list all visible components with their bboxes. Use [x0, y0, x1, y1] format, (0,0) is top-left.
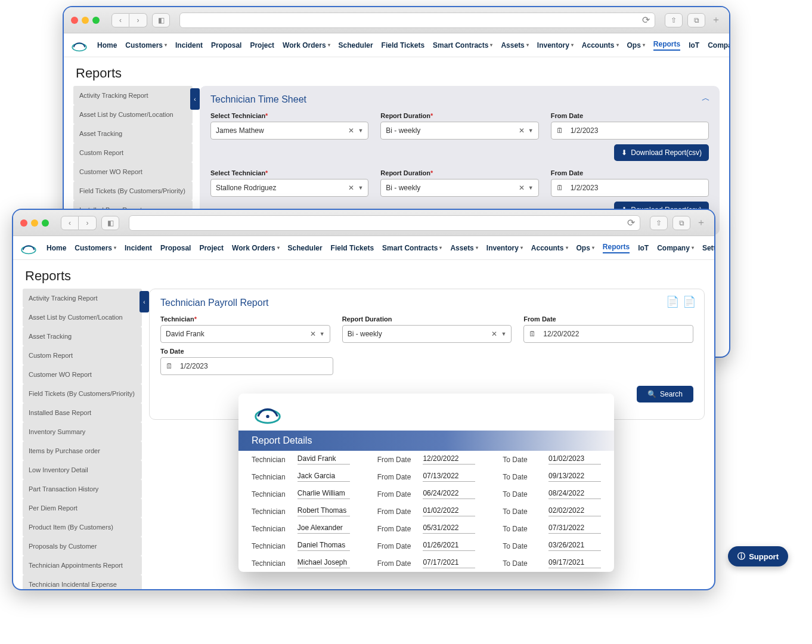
sidebar-item[interactable]: Asset Tracking: [73, 124, 193, 143]
sidebar-collapse-button[interactable]: ‹: [190, 88, 200, 110]
panel-collapse-icon[interactable]: ︿: [702, 93, 710, 104]
sidebar-item[interactable]: Technician Appointments Report: [23, 556, 142, 575]
technician-select[interactable]: James Mathew ✕ ▼: [210, 122, 368, 140]
clear-icon[interactable]: ✕: [348, 184, 354, 192]
sidebar-item[interactable]: Per Diem Report: [23, 499, 142, 518]
dropdown-icon[interactable]: ▼: [358, 128, 363, 134]
reload-icon[interactable]: ⟳: [627, 217, 635, 228]
sidebar-item[interactable]: Customer WO Report: [23, 365, 142, 384]
sidebar-item[interactable]: Product Item (By Customers): [23, 518, 142, 537]
dropdown-icon[interactable]: ▼: [528, 185, 534, 191]
nav-item-ops[interactable]: Ops▾: [577, 244, 594, 252]
nav-item-home[interactable]: Home: [47, 244, 66, 252]
tabs-button[interactable]: ⧉: [687, 13, 705, 27]
support-button[interactable]: ⓘ Support: [728, 546, 788, 566]
nav-item-field-tickets[interactable]: Field Tickets: [382, 41, 424, 49]
nav-item-customers[interactable]: Customers▾: [75, 244, 116, 252]
export-pdf-icon[interactable]: 📄: [683, 295, 696, 308]
traffic-min[interactable]: [31, 219, 38, 227]
nav-item-inventory[interactable]: Inventory▾: [537, 41, 574, 49]
nav-back-button[interactable]: ‹: [61, 216, 79, 230]
sidebar-item[interactable]: Technician Incidental Expense Report: [23, 575, 142, 590]
nav-item-smart-contracts[interactable]: Smart Contracts▾: [433, 41, 492, 49]
nav-item-incident[interactable]: Incident: [175, 41, 203, 49]
dropdown-icon[interactable]: ▼: [320, 331, 325, 337]
nav-item-reports[interactable]: Reports: [603, 243, 630, 253]
nav-item-proposal[interactable]: Proposal: [211, 41, 241, 49]
nav-forward-button[interactable]: ›: [79, 216, 97, 230]
dropdown-icon[interactable]: ▼: [528, 128, 534, 134]
sidebar-item[interactable]: Custom Report: [73, 143, 193, 162]
sidebar-item[interactable]: Activity Tracking Report: [23, 289, 142, 308]
dropdown-icon[interactable]: ▼: [358, 185, 363, 191]
share-button[interactable]: ⇧: [665, 13, 683, 27]
sidebar-item[interactable]: Part Transaction History: [23, 479, 142, 499]
new-tab-button[interactable]: ＋: [695, 217, 707, 229]
clear-icon[interactable]: ✕: [519, 126, 525, 135]
sidebar-item[interactable]: Inventory Summary: [23, 422, 142, 441]
nav-item-field-tickets[interactable]: Field Tickets: [331, 244, 374, 252]
nav-item-scheduler[interactable]: Scheduler: [288, 244, 323, 252]
clear-icon[interactable]: ✕: [348, 126, 354, 135]
export-csv-icon[interactable]: 📄: [666, 295, 679, 308]
nav-item-settings[interactable]: Settings: [702, 244, 715, 252]
url-bar[interactable]: ⟳: [129, 215, 640, 231]
sidebar-item[interactable]: Installed Base Report: [23, 403, 142, 422]
sidebar-toggle-button[interactable]: ◧: [101, 216, 119, 230]
nav-item-company[interactable]: Company▾: [657, 244, 694, 252]
clear-icon[interactable]: ✕: [310, 330, 316, 338]
nav-item-work-orders[interactable]: Work Orders▾: [232, 244, 279, 252]
nav-item-accounts[interactable]: Accounts▾: [531, 244, 568, 252]
nav-item-customers[interactable]: Customers▾: [125, 41, 167, 49]
clear-icon[interactable]: ✕: [491, 330, 497, 338]
sidebar-toggle-button[interactable]: ◧: [152, 13, 170, 27]
duration-select[interactable]: Bi - weekly ✕ ▼: [380, 179, 538, 197]
nav-item-iot[interactable]: IoT: [638, 244, 649, 252]
sidebar-item[interactable]: Field Tickets (By Customers/Priority): [73, 181, 193, 200]
nav-item-project[interactable]: Project: [250, 41, 274, 49]
nav-item-proposal[interactable]: Proposal: [160, 244, 191, 252]
sidebar-item[interactable]: Asset List by Customer/Location: [23, 308, 142, 327]
sidebar-item[interactable]: Customer WO Report: [73, 162, 193, 181]
url-bar[interactable]: ⟳: [179, 13, 655, 28]
fromdate-input[interactable]: 🗓 1/2/2023: [551, 179, 709, 197]
nav-item-accounts[interactable]: Accounts▾: [582, 41, 619, 49]
dropdown-icon[interactable]: ▼: [501, 331, 506, 337]
nav-item-work-orders[interactable]: Work Orders▾: [283, 41, 330, 49]
nav-item-assets[interactable]: Assets▾: [501, 41, 528, 49]
nav-item-iot[interactable]: IoT: [689, 41, 699, 49]
tabs-button[interactable]: ⧉: [672, 216, 690, 230]
traffic-max[interactable]: [42, 219, 49, 227]
traffic-min[interactable]: [82, 17, 89, 24]
traffic-close[interactable]: [20, 219, 27, 227]
download-report-button[interactable]: ⬇ Download Report(csv): [614, 144, 709, 161]
technician-select[interactable]: Stallone Rodriguez ✕ ▼: [210, 179, 368, 197]
nav-item-ops[interactable]: Ops▾: [627, 41, 645, 49]
sidebar-item[interactable]: Custom Report: [23, 346, 142, 365]
nav-item-scheduler[interactable]: Scheduler: [339, 41, 373, 49]
nav-item-company[interactable]: Company▾: [708, 41, 730, 49]
fromdate-input[interactable]: 🗓 1/2/2023: [551, 122, 709, 140]
sidebar-collapse-button[interactable]: ‹: [140, 291, 149, 312]
nav-item-assets[interactable]: Assets▾: [450, 244, 478, 252]
fromdate-input[interactable]: 🗓 12/20/2022: [523, 325, 693, 343]
search-button[interactable]: 🔍 Search: [637, 386, 693, 402]
technician-select[interactable]: David Frank ✕ ▼: [160, 325, 330, 343]
sidebar-item[interactable]: Activity Tracking Report: [73, 86, 193, 105]
nav-forward-button[interactable]: ›: [129, 13, 147, 27]
sidebar-item[interactable]: Low Inventory Detail: [23, 460, 142, 479]
duration-select[interactable]: Bi - weekly ✕ ▼: [342, 325, 512, 343]
clear-icon[interactable]: ✕: [519, 184, 525, 192]
share-button[interactable]: ⇧: [650, 216, 668, 230]
sidebar-item[interactable]: Asset List by Customer/Location: [73, 105, 193, 124]
reload-icon[interactable]: ⟳: [642, 14, 650, 26]
nav-item-home[interactable]: Home: [97, 41, 117, 49]
nav-item-project[interactable]: Project: [199, 244, 224, 252]
todate-input[interactable]: 🗓 1/2/2023: [160, 357, 333, 375]
nav-item-smart-contracts[interactable]: Smart Contracts▾: [382, 244, 442, 252]
nav-back-button[interactable]: ‹: [111, 13, 129, 27]
sidebar-item[interactable]: Asset Tracking: [23, 327, 142, 346]
nav-item-reports[interactable]: Reports: [653, 40, 680, 51]
duration-select[interactable]: Bi - weekly ✕ ▼: [380, 122, 538, 140]
new-tab-button[interactable]: ＋: [710, 14, 722, 26]
